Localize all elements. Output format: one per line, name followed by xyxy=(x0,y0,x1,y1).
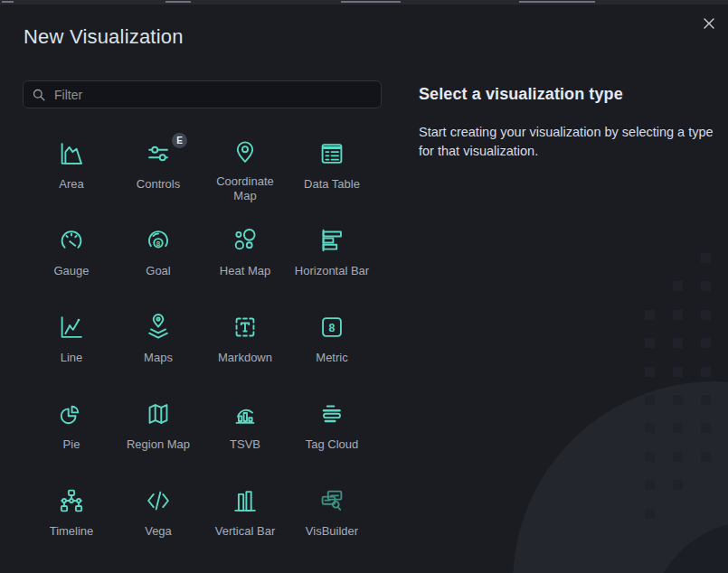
markdown-icon xyxy=(230,310,260,343)
vis-type-label: Vertical Bar xyxy=(215,524,275,539)
background-text-fragment xyxy=(165,1,191,3)
vis-type-vertical-bar[interactable]: Vertical Bar xyxy=(202,462,288,549)
experimental-badge: E xyxy=(172,133,187,148)
maps-icon xyxy=(143,310,174,343)
vis-type-gauge[interactable]: Gauge xyxy=(28,202,115,288)
background-text-fragment xyxy=(341,1,401,3)
goal-icon: 8 xyxy=(143,223,174,257)
vis-type-label: Region Map xyxy=(127,437,190,452)
controls-icon: E xyxy=(143,136,174,170)
vertical-bar-icon xyxy=(230,484,260,517)
vis-type-line[interactable]: Line xyxy=(28,288,115,375)
vis-type-data-table[interactable]: Data Table xyxy=(288,115,375,202)
close-icon xyxy=(703,17,715,30)
selection-panel: Select a visualization type Start creati… xyxy=(419,85,719,161)
horizontal-bar-icon xyxy=(317,223,347,257)
vis-type-goal[interactable]: 8Goal xyxy=(115,202,202,288)
vis-type-label: Gauge xyxy=(53,264,89,278)
vis-type-label: Heat Map xyxy=(220,264,270,278)
modal-title: New Visualization xyxy=(24,25,184,49)
vis-type-maps[interactable]: Maps xyxy=(115,288,202,375)
filter-input[interactable] xyxy=(52,87,372,103)
svg-text:8: 8 xyxy=(156,239,161,247)
pie-icon xyxy=(56,397,87,430)
vis-type-label: Controls xyxy=(137,177,180,192)
heat-map-icon xyxy=(230,223,260,257)
vis-type-label: Tag Cloud xyxy=(306,437,359,452)
vis-type-horizontal-bar[interactable]: Horizontal Bar xyxy=(288,202,375,288)
vis-type-vega[interactable]: Vega xyxy=(115,462,202,549)
panel-heading: Select a visualization type xyxy=(419,85,719,104)
vis-type-coordinate-map[interactable]: Coordinate Map xyxy=(202,115,288,202)
vis-type-region-map[interactable]: Region Map xyxy=(115,375,202,462)
background-page-strip xyxy=(0,0,728,5)
vis-type-label: Metric xyxy=(316,351,347,365)
tsvb-icon xyxy=(230,397,260,430)
data-table-icon xyxy=(317,136,347,170)
vis-type-grid: AreaEControlsCoordinate MapData TableGau… xyxy=(28,115,375,549)
close-button[interactable] xyxy=(697,12,721,35)
vis-type-label: TSVB xyxy=(230,437,260,452)
vis-type-label: Data Table xyxy=(304,177,360,192)
coordinate-map-icon xyxy=(230,136,260,167)
vis-type-label: Timeline xyxy=(50,524,94,539)
vis-type-controls[interactable]: EControls xyxy=(115,115,202,202)
vis-type-label: Horizontal Bar xyxy=(295,264,369,278)
vis-type-timeline[interactable]: Timeline xyxy=(28,462,115,549)
vis-type-metric[interactable]: 8Metric xyxy=(288,288,375,375)
vis-type-pie[interactable]: Pie xyxy=(28,375,115,462)
vis-type-label: Coordinate Map xyxy=(203,174,287,203)
area-icon xyxy=(56,136,87,170)
vega-icon xyxy=(143,484,174,517)
filter-input-wrapper xyxy=(23,80,382,108)
svg-text:8: 8 xyxy=(329,321,336,333)
new-visualization-modal: New Visualization AreaEControlsCoordinat… xyxy=(0,0,728,573)
vis-type-heat-map[interactable]: Heat Map xyxy=(202,202,288,288)
vis-type-label: Goal xyxy=(146,264,170,278)
vis-type-label: Area xyxy=(59,177,83,192)
background-text-fragment xyxy=(519,1,595,3)
vis-type-label: Pie xyxy=(63,437,80,452)
metric-icon: 8 xyxy=(317,310,347,343)
tag-cloud-icon xyxy=(317,397,347,430)
search-icon xyxy=(33,89,45,101)
vis-type-label: Vega xyxy=(145,524,172,539)
vis-type-tsvb[interactable]: TSVB xyxy=(202,375,288,462)
vis-type-area[interactable]: Area xyxy=(28,115,115,202)
vis-type-label: VisBuilder xyxy=(306,524,358,539)
vis-type-label: Maps xyxy=(144,351,173,365)
vis-type-tag-cloud[interactable]: Tag Cloud xyxy=(288,375,375,462)
vis-type-label: Line xyxy=(61,351,83,365)
vis-type-vis-builder[interactable]: VisBuilder xyxy=(288,462,375,549)
panel-description: Start creating your visualization by sel… xyxy=(419,123,719,161)
gauge-icon xyxy=(56,223,87,257)
vis-type-markdown[interactable]: Markdown xyxy=(202,288,288,375)
region-map-icon xyxy=(143,397,174,430)
vis-type-label: Markdown xyxy=(218,351,272,365)
vis-builder-icon xyxy=(317,484,347,517)
line-icon xyxy=(56,310,87,343)
timeline-icon xyxy=(56,484,87,517)
background-text-fragment xyxy=(2,1,14,3)
